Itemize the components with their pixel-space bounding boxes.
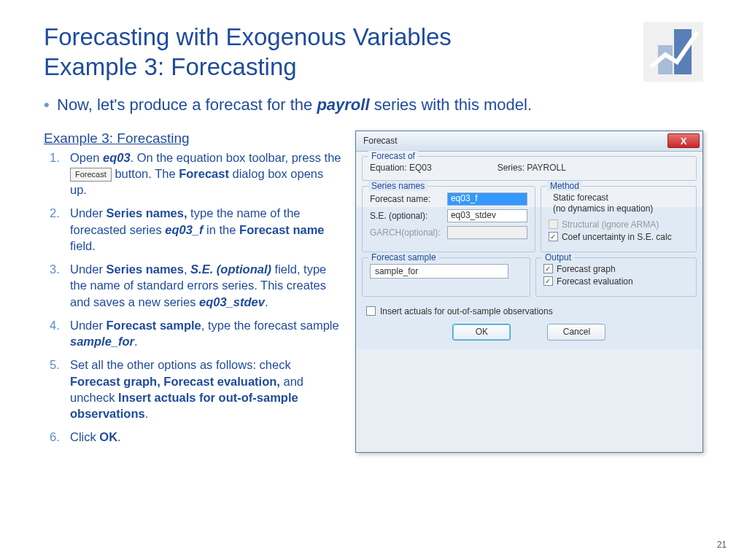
series-names-group: Series names Forecast name: eq03_f S.E. … bbox=[362, 186, 535, 252]
example-heading: Example 3: Forecasting bbox=[44, 131, 342, 147]
forecast-name-label: Forecast name: bbox=[370, 194, 443, 204]
forecast-name-input[interactable]: eq03_f bbox=[447, 192, 527, 206]
title-line2: Example 3: Forecasting bbox=[44, 53, 297, 80]
insert-actuals-checkbox[interactable] bbox=[366, 306, 376, 316]
step-1: Open eq03. On the equation box toolbar, … bbox=[44, 149, 342, 198]
step-2: Under Series names, type the name of the… bbox=[44, 205, 342, 254]
step-5: Set all the other options as follows: ch… bbox=[44, 357, 342, 421]
step-3: Under Series names, S.E. (optional) fiel… bbox=[44, 261, 342, 310]
forecast-sample-input[interactable]: sample_for bbox=[370, 264, 508, 279]
equation-label: Equation: EQ03 bbox=[370, 163, 432, 173]
slide-title: Forecasting with Exogenous Variables Exa… bbox=[44, 22, 452, 82]
step-6: Click OK. bbox=[44, 429, 342, 445]
forecast-dialog: Forecast X Forecast of Equation: EQ03 Se… bbox=[355, 131, 703, 453]
intro-text: Now, let's produce a forecast for the pa… bbox=[44, 96, 703, 114]
structural-checkbox bbox=[549, 219, 558, 229]
garch-label: GARCH(optional): bbox=[370, 228, 443, 238]
garch-input bbox=[447, 226, 527, 239]
forecast-graph-checkbox[interactable]: ✓ bbox=[543, 264, 553, 273]
close-button[interactable]: X bbox=[667, 133, 700, 148]
steps-column: Example 3: Forecasting Open eq03. On the… bbox=[44, 131, 342, 453]
se-input[interactable]: eq03_stdev bbox=[447, 209, 527, 222]
page-number: 21 bbox=[717, 540, 727, 550]
series-label: Series: PAYROLL bbox=[498, 163, 566, 173]
dialog-titlebar: Forecast X bbox=[356, 131, 703, 152]
coef-checkbox[interactable]: ✓ bbox=[549, 232, 558, 241]
output-group: Output ✓ Forecast graph ✓ Forecast evalu… bbox=[535, 257, 697, 297]
chart-logo bbox=[643, 22, 703, 82]
close-icon: X bbox=[681, 136, 687, 147]
forecast-inline-button: Forecast bbox=[70, 168, 112, 182]
title-line1: Forecasting with Exogenous Variables bbox=[44, 23, 452, 50]
method-group: Method Static forecast (no dynamics in e… bbox=[541, 186, 697, 252]
ok-button[interactable]: OK bbox=[452, 324, 511, 341]
cancel-button[interactable]: Cancel bbox=[547, 324, 605, 341]
step-4: Under Forecast sample, type the forecast… bbox=[44, 317, 342, 350]
dialog-title: Forecast bbox=[363, 136, 398, 146]
forecast-eval-checkbox[interactable]: ✓ bbox=[543, 276, 553, 286]
forecast-sample-group: Forecast sample sample_for bbox=[362, 257, 530, 297]
se-label: S.E. (optional): bbox=[370, 211, 443, 221]
forecast-of-group: Forecast of Equation: EQ03 Series: PAYRO… bbox=[362, 156, 697, 181]
